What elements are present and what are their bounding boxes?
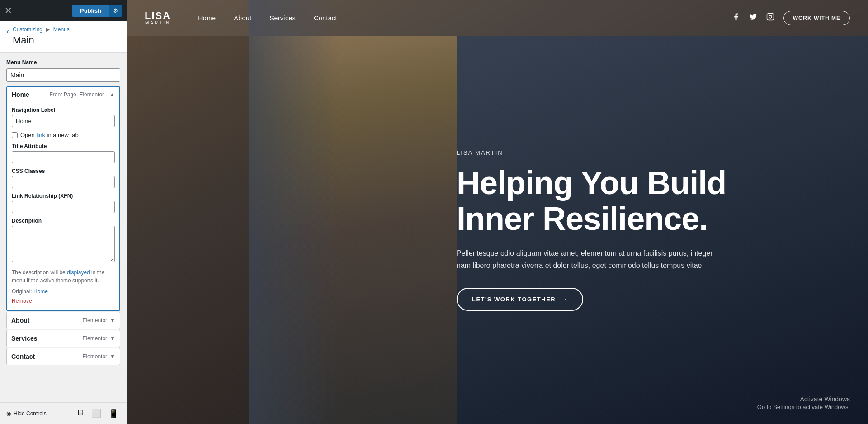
breadcrumb-arrow: ▶ <box>46 26 51 33</box>
nav-label-label: Navigation Label <box>12 107 115 113</box>
contact-chevron-icon: ▼ <box>110 353 115 360</box>
hide-controls-button[interactable]: ◉ Hide Controls <box>6 410 47 417</box>
services-item-right: Elementor ▼ <box>82 335 115 342</box>
hero-author-label: LISA MARTIN <box>457 149 850 156</box>
menu-name-input[interactable] <box>6 68 120 82</box>
home-item-meta: Front Page, Elementor <box>49 91 104 98</box>
contact-item-meta: Elementor <box>82 353 107 360</box>
back-arrow-icon[interactable]: ‹ <box>6 27 9 35</box>
description-link: displayed <box>67 269 90 276</box>
contact-item-title: Contact <box>11 353 35 360</box>
publish-area: Publish ⚙ <box>72 5 122 17</box>
nav-link-contact[interactable]: Contact <box>314 14 337 22</box>
hide-controls-label: Hide Controls <box>14 410 47 417</box>
link-rel-input[interactable] <box>12 201 115 213</box>
nav-label-input[interactable] <box>12 115 115 127</box>
about-chevron-icon: ▼ <box>110 317 115 324</box>
svg-rect-0 <box>767 14 774 20</box>
menu-name-label: Menu Name <box>6 59 120 66</box>
about-item-meta: Elementor <box>82 317 107 324</box>
breadcrumb-title: Main <box>13 34 70 46</box>
css-classes-row: CSS Classes <box>12 168 115 188</box>
activation-sub: Go to Settings to activate Windows. <box>757 404 850 410</box>
nav-label-row: Navigation Label <box>12 107 115 127</box>
nav-link-home[interactable]: Home <box>198 14 216 22</box>
original-label: Original: <box>12 288 32 295</box>
tablet-preview-button[interactable]: ⬜ <box>90 407 103 419</box>
site-nav: LISA MARTIN Home About Services Contact … <box>127 0 868 36</box>
home-item-title: Home <box>12 91 29 98</box>
nav-link-services[interactable]: Services <box>270 14 296 22</box>
activation-notice: Activate Windows Go to Settings to activ… <box>757 395 850 410</box>
original-row: Original: Home <box>12 288 115 295</box>
services-item-meta: Elementor <box>82 335 107 342</box>
hero-heading-line1: Helping You Build <box>457 165 726 201</box>
top-bar: ✕ Publish ⚙ <box>0 0 127 21</box>
customizing-link[interactable]: Customizing <box>13 26 42 33</box>
about-menu-item[interactable]: About Elementor ▼ <box>6 312 120 329</box>
cta-label: LET'S WORK TOGETHER <box>472 296 556 303</box>
original-link[interactable]: Home <box>33 288 48 295</box>
services-menu-item[interactable]: Services Elementor ▼ <box>6 330 120 347</box>
site-preview-panel: LISA MARTIN Home About Services Contact … <box>127 0 868 424</box>
link-rel-label: Link Relationship (XFN) <box>12 193 115 199</box>
services-item-title: Services <box>11 335 38 342</box>
css-classes-input[interactable] <box>12 176 115 188</box>
new-tab-row: Open link in a new tab <box>12 132 115 138</box>
desktop-preview-button[interactable]: 🖥 <box>74 407 86 419</box>
home-item-form: Navigation Label Open link in a new tab … <box>7 102 119 310</box>
twitter-icon[interactable] <box>749 13 757 23</box>
activation-title: Activate Windows <box>757 395 850 403</box>
services-chevron-icon: ▼ <box>110 335 115 342</box>
hero-content: LISA MARTIN Helping You Build Inner Resi… <box>457 36 850 424</box>
home-item-header[interactable]: Home Front Page, Elementor ▲ <box>7 87 119 102</box>
contact-item-right: Elementor ▼ <box>82 353 115 360</box>
site-nav-links: Home About Services Contact <box>198 14 720 22</box>
site-nav-right:  WORK WITH ME <box>720 11 850 25</box>
bottom-bar: ◉ Hide Controls 🖥 ⬜ 📱 <box>0 402 127 424</box>
home-menu-item-card: Home Front Page, Elementor ▲ Navigation … <box>6 86 120 311</box>
mobile-preview-button[interactable]: 📱 <box>107 407 120 419</box>
cta-button[interactable]: LET'S WORK TOGETHER → <box>457 288 583 311</box>
title-attr-label: Title Attribute <box>12 143 115 149</box>
site-preview: LISA MARTIN Home About Services Contact … <box>127 0 868 424</box>
description-note: The description will be displayed in the… <box>12 268 115 285</box>
breadcrumb-path: Customizing ▶ Menus <box>13 26 70 33</box>
home-chevron-icon: ▲ <box>109 91 115 98</box>
work-with-me-button[interactable]: WORK WITH ME <box>783 11 850 25</box>
hero-body-text: Pellentesque odio aliquam vitae amet, el… <box>457 248 719 272</box>
publish-gear-button[interactable]: ⚙ <box>109 5 122 17</box>
hero-heading-line2: Inner Resilience. <box>457 200 708 237</box>
description-label: Description <box>12 218 115 224</box>
new-tab-checkbox[interactable] <box>12 132 18 138</box>
close-button[interactable]: ✕ <box>5 6 12 15</box>
css-classes-label: CSS Classes <box>12 168 115 174</box>
site-logo-sub: MARTIN <box>145 21 170 25</box>
hide-controls-icon: ◉ <box>6 410 11 417</box>
cta-arrow-icon: → <box>561 296 568 303</box>
new-tab-label: Open link in a new tab <box>20 132 79 138</box>
breadcrumb-area: ‹ Customizing ▶ Menus Main <box>0 21 127 53</box>
remove-link[interactable]: Remove <box>12 298 32 304</box>
description-textarea[interactable] <box>12 226 115 262</box>
customizer-panel: ✕ Publish ⚙ ‹ Customizing ▶ Menus Main M… <box>0 0 127 424</box>
title-attr-row: Title Attribute <box>12 143 115 163</box>
about-item-title: About <box>11 317 29 324</box>
site-logo: LISA MARTIN <box>145 11 171 25</box>
link-rel-row: Link Relationship (XFN) <box>12 193 115 213</box>
instagram-icon[interactable] <box>766 13 774 23</box>
panel-content: Menu Name Home Front Page, Elementor ▲ N… <box>0 53 127 402</box>
link-text: link <box>36 132 45 138</box>
hero-heading: Helping You Build Inner Resilience. <box>457 165 850 237</box>
contact-menu-item[interactable]: Contact Elementor ▼ <box>6 348 120 365</box>
facebook-icon[interactable]:  <box>720 13 723 23</box>
menus-link[interactable]: Menus <box>53 26 70 33</box>
breadcrumb-content: Customizing ▶ Menus Main <box>13 26 70 46</box>
about-item-right: Elementor ▼ <box>82 317 115 324</box>
description-row: Description <box>12 218 115 264</box>
site-logo-name: LISA <box>145 11 171 21</box>
title-attr-input[interactable] <box>12 151 115 163</box>
facebook-icon-f[interactable] <box>732 13 740 23</box>
nav-link-about[interactable]: About <box>234 14 251 22</box>
publish-button[interactable]: Publish <box>72 5 109 17</box>
